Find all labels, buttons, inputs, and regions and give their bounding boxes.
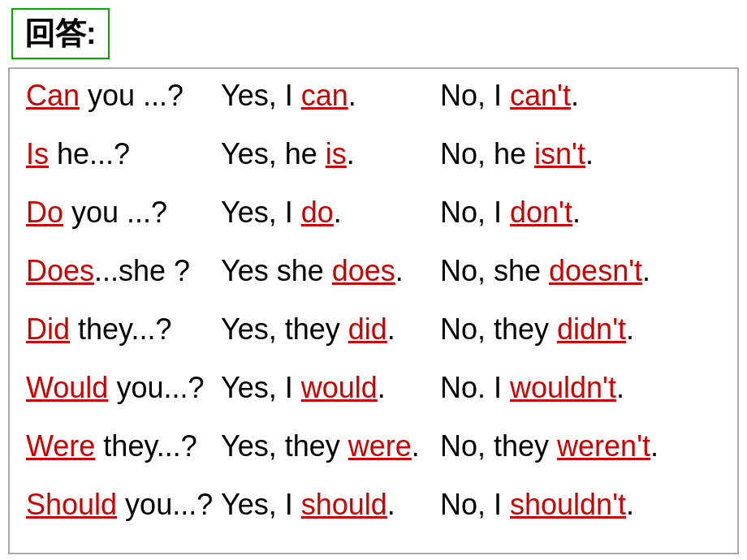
col2-yes: Yes, I would. [221, 371, 440, 405]
col2-yes: Yes, they did. [221, 312, 440, 347]
col1-question: Can you ...? [26, 79, 221, 113]
col3-no: No, I don't. [440, 196, 721, 230]
col1-question: Would you...? [26, 371, 221, 405]
table-row: Were they...?Yes, they were.No, they wer… [26, 428, 721, 486]
col3-no: No, she doesn't. [440, 254, 721, 288]
col2-yes: Yes, they were. [221, 429, 440, 463]
table-row: Did they...?Yes, they did.No, they didn'… [26, 311, 721, 369]
table-row: Would you...?Yes, I would.No. I wouldn't… [26, 369, 721, 428]
col1-question: Does...she ? [26, 254, 221, 288]
col3-no: No, I shouldn't. [440, 488, 721, 522]
col1-question: Do you ...? [26, 196, 221, 230]
content-box: Can you ...?Yes, I can.No, I can't.Is he… [8, 67, 739, 554]
col3-no: No, they didn't. [440, 312, 721, 347]
col1-question: Should you...? [26, 488, 221, 522]
col2-yes: Yes, I do. [221, 196, 440, 230]
col1-question: Did they...? [26, 312, 221, 347]
col3-no: No, they weren't. [440, 429, 721, 463]
page-wrapper: 回答: Can you ...?Yes, I can.No, I can't.I… [0, 0, 747, 560]
col3-no: No. I wouldn't. [440, 371, 721, 405]
title-box: 回答: [11, 8, 110, 59]
table-row: Can you ...?Yes, I can.No, I can't. [26, 77, 721, 136]
table-row: Is he...?Yes, he is.No, he isn't. [26, 136, 721, 194]
col2-yes: Yes she does. [221, 254, 440, 288]
col1-question: Were they...? [26, 429, 221, 463]
table-row: Does...she ?Yes she does.No, she doesn't… [26, 252, 721, 311]
col1-question: Is he...? [26, 137, 221, 171]
page-title: 回答: [24, 16, 97, 50]
col3-no: No, I can't. [440, 79, 721, 113]
table-row: Do you ...?Yes, I do.No, I don't. [26, 194, 721, 252]
col2-yes: Yes, I should. [221, 488, 440, 522]
col3-no: No, he isn't. [440, 137, 721, 171]
col2-yes: Yes, he is. [221, 137, 440, 171]
table-row: Should you...?Yes, I should.No, I should… [26, 486, 721, 545]
col2-yes: Yes, I can. [221, 79, 440, 113]
